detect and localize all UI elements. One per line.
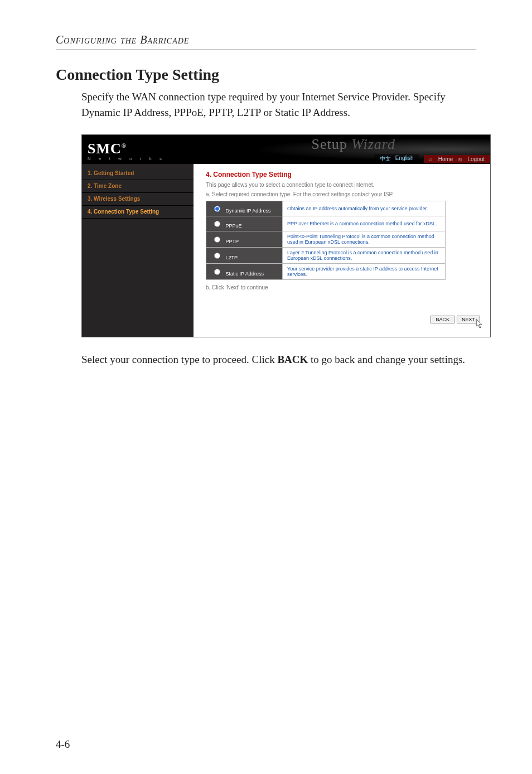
screenshot-header: SMC® N e t w o r k s Setup Wizard 中文 Eng… xyxy=(82,135,490,164)
screenshot-inner: SMC® N e t w o r k s Setup Wizard 中文 Eng… xyxy=(82,135,490,337)
option-label: Dynamic IP Address xyxy=(226,208,271,214)
radio-pptp[interactable] xyxy=(214,236,220,243)
radio-static-ip[interactable] xyxy=(214,269,220,275)
connection-type-table: Dynamic IP Address Obtains an IP address… xyxy=(206,201,446,280)
banner-wordmark: Setup Wizard xyxy=(312,136,395,153)
option-l2tp[interactable]: L2TP xyxy=(206,248,283,264)
head-rule xyxy=(56,50,476,50)
table-row: PPPoE PPP over Ethernet is a common conn… xyxy=(206,216,446,231)
brand-registered: ® xyxy=(122,142,127,149)
option-label: PPPoE xyxy=(226,223,242,229)
main-panel: 4. Connection Type Setting This page all… xyxy=(194,164,490,337)
option-dynamic-ip[interactable]: Dynamic IP Address xyxy=(206,201,283,216)
sidebar-item-wireless[interactable]: 3. Wireless Settings xyxy=(82,193,194,206)
panel-heading: 4. Connection Type Setting xyxy=(206,171,478,178)
brand-subtext: N e t w o r k s xyxy=(88,156,199,161)
option-label: Static IP Address xyxy=(226,271,264,277)
intro-paragraph: Specify the WAN connection type required… xyxy=(81,89,476,120)
sidebar-nav: 1. Getting Started 2. Time Zone 3. Wirel… xyxy=(82,164,194,337)
option-label: PPTP xyxy=(226,239,239,244)
radio-pppoe[interactable] xyxy=(214,221,220,227)
running-head-text: Configuring the Barricade xyxy=(56,33,189,46)
closing-back-word: BACK xyxy=(277,354,308,365)
table-row: PPTP Point-to-Point Tunneling Protocol i… xyxy=(206,231,446,248)
section-title: Connection Type Setting xyxy=(56,66,476,84)
table-row: Static IP Address Your service provider … xyxy=(206,264,446,280)
option-label: L2TP xyxy=(226,255,238,260)
wizard-buttons: BACK NEXT xyxy=(431,316,480,323)
banner-word-wizard: Wizard xyxy=(351,136,395,152)
brand-logo: SMC® N e t w o r k s xyxy=(82,138,199,161)
sidebar-item-getting-started[interactable]: 1. Getting Started xyxy=(82,167,194,180)
option-pppoe[interactable]: PPPoE xyxy=(206,216,283,231)
logout-link[interactable]: Logout xyxy=(467,156,485,162)
sidebar-item-time-zone[interactable]: 2. Time Zone xyxy=(82,180,194,193)
table-row: L2TP Layer 2 Tunneling Protocol is a com… xyxy=(206,248,446,264)
brand-name: SMC xyxy=(88,141,122,157)
lang-home-bar: 中文 English ⌂ Home ⎋ Logout xyxy=(374,154,490,164)
option-pptp[interactable]: PPTP xyxy=(206,231,283,248)
option-static-ip[interactable]: Static IP Address xyxy=(206,264,283,280)
sidebar-item-connection-type[interactable]: 4. Connection Type Setting xyxy=(82,206,194,219)
closing-before-back: Select your connection type to proceed. … xyxy=(81,354,277,365)
screenshot-body: 1. Getting Started 2. Time Zone 3. Wirel… xyxy=(82,164,490,337)
option-desc: Layer 2 Tunneling Protocol is a common c… xyxy=(283,248,446,264)
home-logout-box: ⌂ Home ⎋ Logout xyxy=(424,155,490,163)
language-switch: 中文 English xyxy=(374,154,419,164)
home-link[interactable]: Home xyxy=(438,156,453,162)
option-desc: Point-to-Point Tunneling Protocol is a c… xyxy=(283,231,446,248)
option-desc: Your service provider provides a static … xyxy=(283,264,446,280)
running-head: Configuring the Barricade xyxy=(56,33,476,46)
logout-icon: ⎋ xyxy=(458,156,462,162)
radio-l2tp[interactable] xyxy=(214,253,220,259)
table-row: Dynamic IP Address Obtains an IP address… xyxy=(206,201,446,216)
panel-step-a: a. Select required connection type. For … xyxy=(206,191,478,197)
lang-english[interactable]: English xyxy=(395,155,414,163)
setup-wizard-screenshot: SMC® N e t w o r k s Setup Wizard 中文 Eng… xyxy=(81,134,491,337)
svg-marker-0 xyxy=(476,320,482,328)
header-banner: Setup Wizard 中文 English ⌂ Home ⎋ Logout xyxy=(199,135,490,164)
closing-paragraph: Select your connection type to proceed. … xyxy=(81,352,476,367)
option-desc: Obtains an IP address automatically from… xyxy=(283,201,446,216)
home-icon: ⌂ xyxy=(429,156,433,162)
page-number: 4-6 xyxy=(56,738,70,751)
lang-chinese[interactable]: 中文 xyxy=(380,155,391,163)
radio-dynamic-ip[interactable] xyxy=(214,206,220,212)
back-button[interactable]: BACK xyxy=(431,316,454,323)
banner-word-setup: Setup xyxy=(312,136,347,152)
option-desc: PPP over Ethernet is a common connection… xyxy=(283,216,446,231)
closing-after-back: to go back and change your settings. xyxy=(308,354,465,365)
panel-step-b: b. Click 'Next' to continue xyxy=(206,284,478,291)
panel-intro: This page allows you to select a connect… xyxy=(206,182,478,188)
cursor-icon xyxy=(476,319,483,329)
